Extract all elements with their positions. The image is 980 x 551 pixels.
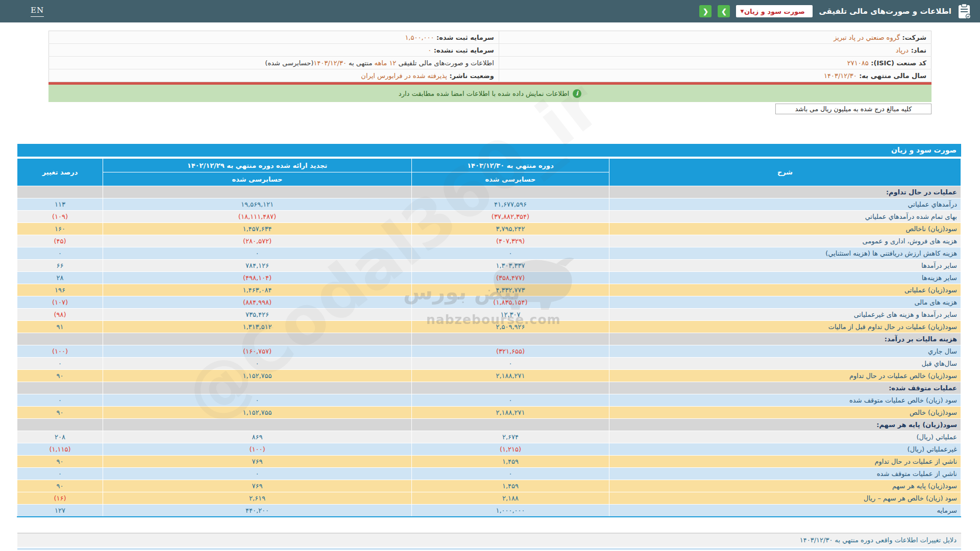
info-cell-right: سال مالی منتهی به: ۱۴۰۳/۱۲/۳۰ xyxy=(499,69,931,82)
col-current-audited-header: حسابرسی شده xyxy=(412,172,609,186)
row-description: سود(زیان) پایه هر سهم xyxy=(609,480,961,492)
statement-row: سود(زیان) عملیاتی ۴,۳۳۲,۷۷۳ ۱,۴۶۳,۰۸۴ ۱۹… xyxy=(17,284,961,296)
row-description: سایر درآمدها xyxy=(609,260,961,272)
current-period-value xyxy=(412,419,609,431)
current-period-value: ۲,۱۸۸,۲۷۱ xyxy=(412,370,609,382)
restated-period-value: ۷۸۴,۱۲۶ xyxy=(103,260,412,272)
current-period-value: (۱,۲۱۵) xyxy=(412,443,609,456)
row-description: سایر هزینه‌ها xyxy=(609,272,961,284)
restated-period-value: ۱۹,۵۶۹,۱۲۱ xyxy=(103,198,412,211)
statement-row: ناشي از عملیات در حال تداوم ۱,۴۵۹ ۷۶۹ ۹۰ xyxy=(17,456,961,468)
statement-row: سال جاري (۳۲۱,۶۵۵) (۱۶۰,۷۵۷) (۱۰۰) xyxy=(17,345,961,358)
info-cell-left: اطلاعات و صورت‌های مالی تلفیقی ۱۲ ماهه م… xyxy=(49,57,499,69)
statement-row: سال‌هاي قبل ۰ ۰ ۰ xyxy=(17,358,961,370)
language-toggle-en[interactable]: EN xyxy=(31,6,44,17)
current-period-value: (۳۵۸,۴۷۷) xyxy=(412,272,609,284)
row-description: عملياتي (ریال) xyxy=(609,431,961,443)
row-description: سود (زیان) خالص هر سهم – ریال xyxy=(609,492,961,505)
col-restated-period-header: تجدید ارائه شده دوره منتهي به ۱۴۰۲/۱۲/۲۹ xyxy=(103,159,412,172)
income-statement-section: صورت سود و زیان شرح دوره منتهي به ۱۴۰۳/۱… xyxy=(17,144,961,517)
statement-row: سود (زیان) خالص عملیات متوقف شده ۰ ۰ ۰ xyxy=(17,394,961,407)
pct-change-value xyxy=(17,382,103,394)
restated-period-value xyxy=(103,333,412,345)
restated-period-value: (۸۸۴,۹۹۸) xyxy=(103,296,412,309)
pct-change-value: ۹۰ xyxy=(17,480,103,492)
restated-period-value: ۱,۴۶۳,۰۸۴ xyxy=(103,284,412,296)
nav-prev-button[interactable]: ❮ xyxy=(699,5,712,17)
current-period-value: ۰ xyxy=(412,468,609,480)
col-current-period-header: دوره منتهي به ۱۴۰۳/۱۲/۳۰ xyxy=(412,159,609,172)
row-description: سود(زیان) خالص xyxy=(609,407,961,419)
statement-row: سود(زیان) پایه هر سهم: xyxy=(17,419,961,431)
company-info-row: شرکت: گروه صنعتي در پاد تبريز سرمایه ثبت… xyxy=(49,31,932,44)
current-period-value: (۱,۸۳۵,۱۵۴) xyxy=(412,296,609,309)
clipboard-icon xyxy=(958,4,971,19)
current-period-value: ۲,۱۸۸ xyxy=(412,492,609,505)
restated-period-value: (۴۹۸,۱۰۴) xyxy=(103,272,412,284)
pct-change-value: (۹۸) xyxy=(17,309,103,321)
statement-type-dropdown[interactable]: صورت سود و زیان ▼ xyxy=(736,5,813,17)
current-period-value: (۳۲۱,۶۵۵) xyxy=(412,345,609,358)
row-description: سود(زیان) عملیاتی xyxy=(609,284,961,296)
restated-period-value: ۱,۱۵۲,۷۵۵ xyxy=(103,407,412,419)
restated-period-value: ۰ xyxy=(103,358,412,370)
restated-period-value: (۱۶۰,۷۵۷) xyxy=(103,345,412,358)
restated-period-value: ۱,۳۱۳,۵۱۲ xyxy=(103,321,412,333)
dropdown-value: صورت سود و زیان xyxy=(744,8,805,15)
restated-period-value: ۰ xyxy=(103,468,412,480)
restated-period-value: ۸۶۹ xyxy=(103,431,412,443)
nav-next-button[interactable]: ❯ xyxy=(718,5,730,17)
statement-row: ناشي از عملیات متوقف شده ۰ ۰ ۰ xyxy=(17,468,961,480)
restated-period-value: (۱۰۰) xyxy=(103,443,412,456)
info-cell-right: کد صنعت (ISIC): ۲۷۱۰۸۵ xyxy=(499,57,931,69)
row-description: سال‌هاي قبل xyxy=(609,358,961,370)
pct-change-value: ۱۲۷ xyxy=(17,505,103,517)
pct-change-value: ۱۶۰ xyxy=(17,223,103,235)
current-period-value: ۴,۳۳۲,۷۷۳ xyxy=(412,284,609,296)
statement-body: عملیات در حال تداوم: درآمدهاي عملياتي ۴۱… xyxy=(17,186,961,517)
row-description: عملیات در حال تداوم: xyxy=(609,186,961,198)
statement-row: هزینه های فروش، اداری و عمومی (۴۰۷,۳۲۹) … xyxy=(17,235,961,247)
current-period-value: ۰ xyxy=(412,358,609,370)
statement-row: سایر هزینه‌ها (۳۵۸,۴۷۷) (۴۹۸,۱۰۴) ۲۸ xyxy=(17,272,961,284)
company-info-section: شرکت: گروه صنعتي در پاد تبريز سرمایه ثبت… xyxy=(48,31,932,82)
statement-row: سود(زیان) عملیات در حال تداوم قبل از مال… xyxy=(17,321,961,333)
pct-change-value: (۱۶) xyxy=(17,492,103,505)
current-period-value: ۰ xyxy=(412,394,609,407)
col-desc-header: شرح xyxy=(609,159,961,186)
statement-row: هزینه مالیات بر درآمد: xyxy=(17,333,961,345)
statement-title-bar: صورت سود و زیان xyxy=(17,144,961,157)
restated-period-value: ۱,۱۵۲,۷۵۵ xyxy=(103,370,412,382)
row-description: سود (زیان) خالص عملیات متوقف شده xyxy=(609,394,961,407)
signature-notice-text: اطلاعات نمایش داده شده با اطلاعات امضا ش… xyxy=(399,90,569,97)
row-description: سود(زیان) عملیات در حال تداوم قبل از مال… xyxy=(609,321,961,333)
pct-change-value xyxy=(17,186,103,198)
current-period-value: (۳۷,۸۸۲,۳۵۴) xyxy=(412,211,609,223)
statement-row: سرمایه ۱,۰۰۰,۰۰۰ ۴۴۰,۲۰۰ ۱۲۷ xyxy=(17,505,961,517)
statement-row: عملياتي (ریال) ۲,۶۷۴ ۸۶۹ ۲۰۸ xyxy=(17,431,961,443)
row-description: هزینه کاهش ارزش دریافتني ها (هزینه استثن… xyxy=(609,247,961,260)
statement-row: عملیات متوقف شده: xyxy=(17,382,961,394)
row-description: هزینه های فروش، اداری و عمومی xyxy=(609,235,961,247)
units-note: کلیه مبالغ درج شده به میلیون ریال می باش… xyxy=(775,104,932,114)
restated-period-value: ۷۶۹ xyxy=(103,456,412,468)
pct-change-value: ۰ xyxy=(17,358,103,370)
statement-row: بهای تمام شده درآمدهاي عملياتي (۳۷,۸۸۲,۳… xyxy=(17,211,961,223)
statement-row: سایر درآمدها ۱,۳۰۳,۳۳۷ ۷۸۴,۱۲۶ ۶۶ xyxy=(17,260,961,272)
row-description: هزینه مالیات بر درآمد: xyxy=(609,333,961,345)
current-period-value xyxy=(412,333,609,345)
pct-change-value: ۰ xyxy=(17,468,103,480)
restated-period-value: (۲۸۰,۵۷۲) xyxy=(103,235,412,247)
pct-change-value: (۱۰۷) xyxy=(17,296,103,309)
pct-change-value: ۱۱۳ xyxy=(17,198,103,211)
pct-change-value: (۱۰۹) xyxy=(17,211,103,223)
row-description: سود(زیان) ناخالص xyxy=(609,223,961,235)
restated-period-value xyxy=(103,186,412,198)
row-description: بهای تمام شده درآمدهاي عملياتي xyxy=(609,211,961,223)
row-description: درآمدهاي عملياتي xyxy=(609,198,961,211)
footer-subtable-strip xyxy=(17,548,961,550)
current-period-value: ۳,۷۹۵,۲۴۲ xyxy=(412,223,609,235)
current-period-value: ۱,۳۰۳,۳۳۷ xyxy=(412,260,609,272)
company-info-row: نماد: درپاد سرمایه ثبت نشده: ۰ xyxy=(49,44,932,57)
info-icon: i xyxy=(573,89,581,98)
